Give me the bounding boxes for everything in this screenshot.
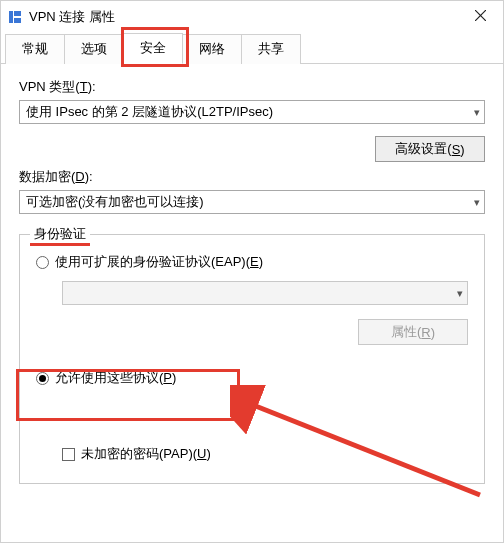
allow-protocols-label: 允许使用这些协议(P)	[55, 369, 176, 387]
eap-radio[interactable]	[36, 256, 49, 269]
annotation-legend-underline	[30, 243, 90, 246]
svg-rect-1	[14, 11, 21, 16]
tab-options[interactable]: 选项	[64, 34, 124, 64]
tab-general[interactable]: 常规	[5, 34, 65, 64]
window-icon	[7, 9, 23, 25]
tab-content-security: VPN 类型(T): 使用 IPsec 的第 2 层隧道协议(L2TP/IPse…	[1, 64, 503, 494]
close-icon	[475, 10, 486, 21]
encryption-label: 数据加密(D):	[19, 168, 485, 186]
pap-checkbox[interactable]	[62, 448, 75, 461]
authentication-legend: 身份验证	[30, 225, 90, 243]
eap-method-select[interactable]: ▾	[62, 281, 468, 305]
encryption-select[interactable]: 可选加密(没有加密也可以连接) ▾	[19, 190, 485, 214]
chevron-down-icon: ▾	[474, 196, 480, 209]
tabs-row: 常规 选项 安全 网络 共享	[1, 33, 503, 64]
encryption-value: 可选加密(没有加密也可以连接)	[26, 193, 204, 211]
tab-security[interactable]: 安全	[123, 33, 183, 64]
window-title: VPN 连接 属性	[29, 8, 115, 26]
allow-protocols-radio-row[interactable]: 允许使用这些协议(P)	[36, 369, 468, 387]
close-button[interactable]	[458, 1, 503, 29]
properties-dialog: VPN 连接 属性 常规 选项 安全 网络 共享 VPN 类型(T): 使用 I…	[0, 0, 504, 543]
tab-sharing[interactable]: 共享	[241, 34, 301, 64]
chevron-down-icon: ▾	[474, 106, 480, 119]
authentication-groupbox: 身份验证 使用可扩展的身份验证协议(EAP)(E) ▾ 属性(R)	[19, 234, 485, 484]
protocols-sublist: 未加密的密码(PAP)(U)	[62, 445, 468, 463]
allow-protocols-radio[interactable]	[36, 372, 49, 385]
eap-radio-row[interactable]: 使用可扩展的身份验证协议(EAP)(E)	[36, 253, 468, 271]
svg-rect-2	[14, 18, 21, 23]
pap-checkbox-label: 未加密的密码(PAP)(U)	[81, 445, 211, 463]
advanced-settings-button[interactable]: 高级设置(S)	[375, 136, 485, 162]
vpn-type-value: 使用 IPsec 的第 2 层隧道协议(L2TP/IPsec)	[26, 103, 273, 121]
pap-checkbox-row[interactable]: 未加密的密码(PAP)(U)	[62, 445, 468, 463]
vpn-type-label: VPN 类型(T):	[19, 78, 485, 96]
vpn-type-select[interactable]: 使用 IPsec 的第 2 层隧道协议(L2TP/IPsec) ▾	[19, 100, 485, 124]
chevron-down-icon: ▾	[457, 287, 463, 300]
svg-rect-0	[9, 11, 13, 23]
tab-network[interactable]: 网络	[182, 34, 242, 64]
titlebar: VPN 连接 属性	[1, 1, 503, 33]
eap-properties-button: 属性(R)	[358, 319, 468, 345]
eap-radio-label: 使用可扩展的身份验证协议(EAP)(E)	[55, 253, 263, 271]
